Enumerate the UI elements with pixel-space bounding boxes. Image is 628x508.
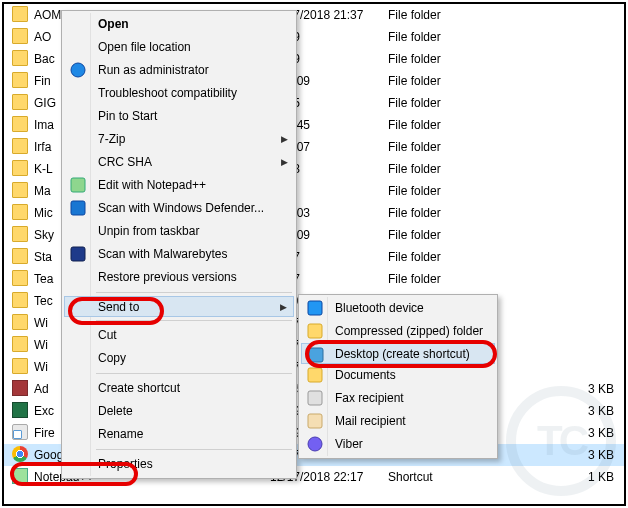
svg-rect-4 xyxy=(308,301,322,315)
file-name: Bac xyxy=(34,48,55,70)
folder-icon-icon xyxy=(12,6,28,22)
folder-icon-icon xyxy=(12,72,28,88)
doc-icon xyxy=(307,367,323,383)
npp-icon xyxy=(70,177,86,193)
menu-separator xyxy=(96,449,292,450)
file-name: Fire xyxy=(34,422,55,444)
menu-separator xyxy=(96,320,292,321)
file-name: GIG xyxy=(34,92,56,114)
menu-item-run-as-administrator[interactable]: Run as administrator xyxy=(64,59,294,82)
menu-item-properties[interactable]: Properties xyxy=(64,453,294,476)
menu-item-label: Properties xyxy=(98,457,153,471)
menu-item-label: Rename xyxy=(98,427,143,441)
file-name: Ima xyxy=(34,114,54,136)
svg-rect-7 xyxy=(308,368,322,382)
menu-item-label: Mail recipient xyxy=(335,414,406,428)
chevron-right-icon: ▶ xyxy=(281,151,288,174)
context-menu-sendto[interactable]: Bluetooth deviceCompressed (zipped) fold… xyxy=(298,294,498,459)
menu-item-fax-recipient[interactable]: Fax recipient xyxy=(301,387,495,410)
folder-icon-icon xyxy=(12,160,28,176)
menu-item-send-to[interactable]: Send to▶ xyxy=(64,296,294,317)
file-type: File folder xyxy=(388,114,441,136)
defender-icon xyxy=(70,200,86,216)
menu-separator xyxy=(96,373,292,374)
menu-item-cut[interactable]: Cut xyxy=(64,324,294,347)
context-menu-primary[interactable]: OpenOpen file locationRun as administrat… xyxy=(61,10,297,479)
folder-icon-icon xyxy=(12,292,28,308)
file-type: File folder xyxy=(388,92,441,114)
file-type: File folder xyxy=(388,180,441,202)
file-type: File folder xyxy=(388,26,441,48)
file-name: Irfa xyxy=(34,136,51,158)
zip-icon xyxy=(307,323,323,339)
menu-item-scan-with-malwarebytes[interactable]: Scan with Malwarebytes xyxy=(64,243,294,266)
menu-item-label: Create shortcut xyxy=(98,381,180,395)
desk-icon xyxy=(308,347,324,363)
file-type: File folder xyxy=(388,4,441,26)
file-size: 1 KB xyxy=(588,466,614,488)
svg-rect-1 xyxy=(71,178,85,192)
folder-icon-icon xyxy=(12,50,28,66)
menu-item-delete[interactable]: Delete xyxy=(64,400,294,423)
menu-item-open-file-location[interactable]: Open file location xyxy=(64,36,294,59)
menu-item-label: Compressed (zipped) folder xyxy=(335,324,483,338)
file-type: File folder xyxy=(388,202,441,224)
menu-item-7-zip[interactable]: 7-Zip▶ xyxy=(64,128,294,151)
menu-item-scan-with-windows-defender[interactable]: Scan with Windows Defender... xyxy=(64,197,294,220)
menu-item-label: Restore previous versions xyxy=(98,270,237,284)
chevron-right-icon: ▶ xyxy=(280,297,287,318)
menu-item-label: Bluetooth device xyxy=(335,301,424,315)
folder-icon-icon xyxy=(12,138,28,154)
menu-item-label: Open file location xyxy=(98,40,191,54)
menu-item-edit-with-notepad[interactable]: Edit with Notepad++ xyxy=(64,174,294,197)
svg-rect-10 xyxy=(308,437,322,451)
npp-icon-icon xyxy=(12,468,28,484)
folder-icon-icon xyxy=(12,270,28,286)
menu-item-create-shortcut[interactable]: Create shortcut xyxy=(64,377,294,400)
shortcut-icon-icon xyxy=(12,424,28,440)
file-name: Sky xyxy=(34,224,54,246)
menu-item-viber[interactable]: Viber xyxy=(301,433,495,456)
folder-icon-icon xyxy=(12,182,28,198)
menu-item-crc-sha[interactable]: CRC SHA▶ xyxy=(64,151,294,174)
menu-item-troubleshoot-compatibility[interactable]: Troubleshoot compatibility xyxy=(64,82,294,105)
menu-item-documents[interactable]: Documents xyxy=(301,364,495,387)
svg-rect-6 xyxy=(309,348,323,362)
file-name: Wi xyxy=(34,334,48,356)
menu-item-rename[interactable]: Rename xyxy=(64,423,294,446)
file-type: File folder xyxy=(388,136,441,158)
ado-icon-icon xyxy=(12,380,28,396)
menu-item-label: Cut xyxy=(98,328,117,342)
svg-rect-0 xyxy=(71,63,85,77)
file-name: Wi xyxy=(34,356,48,378)
viber-icon xyxy=(307,436,323,452)
menu-item-copy[interactable]: Copy xyxy=(64,347,294,370)
menu-item-restore-previous-versions[interactable]: Restore previous versions xyxy=(64,266,294,289)
svg-rect-2 xyxy=(71,201,85,215)
bt-icon xyxy=(307,300,323,316)
file-type: Shortcut xyxy=(388,466,433,488)
file-type: File folder xyxy=(388,246,441,268)
file-type: File folder xyxy=(388,158,441,180)
menu-item-label: Copy xyxy=(98,351,126,365)
exc-icon-icon xyxy=(12,402,28,418)
menu-item-compressed-zipped-folder[interactable]: Compressed (zipped) folder xyxy=(301,320,495,343)
file-name: Ad xyxy=(34,378,49,400)
file-name: Sta xyxy=(34,246,52,268)
menu-item-unpin-from-taskbar[interactable]: Unpin from taskbar xyxy=(64,220,294,243)
menu-item-open[interactable]: Open xyxy=(64,13,294,36)
menu-item-label: Scan with Malwarebytes xyxy=(98,247,227,261)
menu-item-label: Run as administrator xyxy=(98,63,209,77)
menu-item-desktop-create-shortcut[interactable]: Desktop (create shortcut) xyxy=(301,343,495,364)
menu-item-mail-recipient[interactable]: Mail recipient xyxy=(301,410,495,433)
menu-item-pin-to-start[interactable]: Pin to Start xyxy=(64,105,294,128)
folder-icon-icon xyxy=(12,204,28,220)
menu-item-label: Fax recipient xyxy=(335,391,404,405)
file-type: File folder xyxy=(388,224,441,246)
menu-item-label: 7-Zip xyxy=(98,132,125,146)
folder-icon-icon xyxy=(12,116,28,132)
file-name: Tea xyxy=(34,268,53,290)
menu-item-label: Troubleshoot compatibility xyxy=(98,86,237,100)
folder-icon-icon xyxy=(12,358,28,374)
menu-item-bluetooth-device[interactable]: Bluetooth device xyxy=(301,297,495,320)
